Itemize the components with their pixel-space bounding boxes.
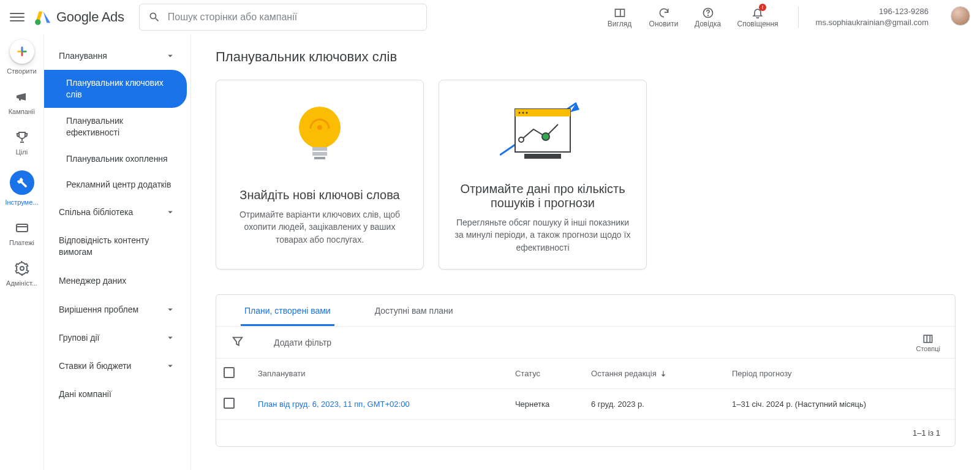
search-input[interactable]: Пошук сторінки або кампанії — [139, 4, 427, 31]
chevron-down-icon — [165, 360, 176, 371]
th-plan[interactable]: Запланувати — [251, 358, 508, 389]
nav-business-data[interactable]: Дані компанії — [44, 380, 190, 409]
logo[interactable]: Google Ads — [34, 9, 124, 26]
tab-created-by-you[interactable]: Плани, створені вами — [241, 306, 334, 326]
page-title: Планувальник ключових слів — [191, 34, 980, 80]
pager: 1–1 із 1 — [216, 420, 955, 446]
svg-point-2 — [707, 15, 708, 16]
chevron-down-icon — [165, 332, 176, 343]
nav-troubleshooting[interactable]: Вирішення проблем — [44, 295, 190, 324]
appearance-icon — [614, 7, 626, 19]
help-icon — [702, 7, 714, 19]
plan-status: Чернетка — [508, 389, 584, 420]
svg-point-0 — [35, 20, 40, 25]
card2-desc: Перегляньте обсяг пошуку й інші показник… — [454, 216, 631, 254]
sort-desc-icon — [659, 370, 668, 378]
card1-desc: Отримайте варіанти ключових слів, щоб ох… — [231, 208, 409, 246]
card2-title: Отримайте дані про кількість пошуків і п… — [454, 182, 631, 210]
card1-title: Знайдіть нові ключові слова — [239, 188, 399, 202]
notification-badge: ! — [759, 4, 766, 11]
nav-app-ads-hub[interactable]: Рекламний центр додатків — [44, 172, 190, 198]
rail-campaigns[interactable]: Кампанії — [0, 89, 43, 115]
appearance-button[interactable]: Вигляд — [605, 6, 635, 28]
nav-shared-library[interactable]: Спільна бібліотека — [44, 198, 190, 226]
th-status[interactable]: Статус — [508, 358, 584, 389]
svg-point-15 — [522, 112, 524, 114]
add-filter-button[interactable]: Додати фільтр — [274, 338, 331, 347]
account-info[interactable]: 196-123-9286 ms.sophiaukrainian@gmail.co… — [816, 6, 929, 28]
columns-button[interactable]: Стовпці — [916, 333, 940, 352]
card-icon — [15, 221, 29, 235]
th-last-edit[interactable]: Остання редакція — [584, 358, 725, 389]
table-row[interactable]: План від груд. 6, 2023, 11 пп, GMT+02:00… — [216, 389, 955, 420]
columns-icon — [922, 333, 934, 345]
filter-button[interactable] — [231, 335, 244, 351]
plan-link[interactable]: План від груд. 6, 2023, 11 пп, GMT+02:00 — [251, 389, 508, 420]
chevron-up-icon — [165, 50, 176, 61]
chevron-down-icon — [165, 207, 176, 218]
nav-data-manager[interactable]: Менеджер даних — [44, 267, 190, 295]
trophy-icon — [15, 130, 29, 145]
help-button[interactable]: Довідка — [693, 6, 723, 28]
svg-point-16 — [526, 112, 528, 114]
rail-billing[interactable]: Платежі — [0, 221, 43, 246]
gear-icon — [15, 261, 29, 276]
lightbulb-illustration — [292, 100, 347, 173]
svg-point-4 — [20, 267, 24, 270]
card-search-volume[interactable]: Отримайте дані про кількість пошуків і п… — [439, 80, 647, 270]
account-id: 196-123-9286 — [879, 6, 929, 17]
nav-keyword-planner[interactable]: Планувальник ключових слів — [44, 70, 187, 108]
card-find-keywords[interactable]: Знайдіть нові ключові слова Отримайте ва… — [216, 80, 424, 270]
nav-planning-header[interactable]: Планування — [44, 42, 190, 70]
svg-point-6 — [317, 125, 322, 130]
select-all-checkbox[interactable] — [224, 367, 235, 378]
rail-tools[interactable]: Інструме... — [0, 170, 43, 206]
nav-performance-planner[interactable]: Планувальник ефективності — [44, 108, 190, 146]
ads-logo-icon — [34, 9, 51, 26]
account-email: ms.sophiaukrainian@gmail.com — [816, 17, 929, 28]
megaphone-icon — [15, 89, 29, 104]
nav-bulk-actions[interactable]: Групові дії — [44, 324, 190, 352]
nav-reach-planner[interactable]: Планувальник охоплення — [44, 146, 190, 172]
nav-content-suitability[interactable]: Відповідність контенту вимогам — [44, 226, 190, 267]
svg-point-18 — [542, 133, 549, 140]
tools-icon — [16, 176, 28, 189]
tab-shared-with-you[interactable]: Доступні вам плани — [371, 306, 457, 326]
svg-rect-3 — [17, 224, 28, 232]
search-icon — [148, 11, 160, 23]
svg-point-17 — [519, 137, 524, 142]
svg-rect-9 — [314, 157, 325, 159]
svg-rect-20 — [924, 335, 932, 343]
nav-budgets-bids[interactable]: Ставки й бюджети — [44, 352, 190, 380]
plans-table: Запланувати Статус Остання редакція Пері… — [216, 358, 955, 420]
avatar[interactable] — [951, 6, 970, 26]
chart-illustration — [500, 100, 586, 167]
th-forecast-period[interactable]: Період прогнозу — [725, 358, 955, 389]
search-placeholder: Пошук сторінки або кампанії — [168, 12, 297, 23]
refresh-icon — [658, 7, 670, 19]
svg-rect-19 — [524, 154, 561, 159]
rail-create[interactable]: Створити — [0, 39, 43, 75]
rail-goals[interactable]: Цілі — [0, 130, 43, 156]
notifications-button[interactable]: ! Сповіщення — [737, 6, 778, 28]
svg-rect-7 — [312, 147, 327, 151]
rail-admin[interactable]: Адмініст... — [0, 261, 43, 287]
plan-last-edit: 6 груд. 2023 р. — [584, 389, 725, 420]
logo-text: Google Ads — [56, 9, 124, 25]
divider — [798, 6, 799, 28]
svg-point-14 — [519, 112, 521, 114]
row-checkbox[interactable] — [224, 398, 235, 409]
filter-icon — [231, 335, 244, 348]
plan-forecast: 1–31 січ. 2024 р. (Наступний місяць) — [725, 389, 955, 420]
plus-icon — [15, 45, 29, 58]
chevron-down-icon — [165, 304, 176, 315]
menu-button[interactable] — [10, 10, 24, 25]
refresh-button[interactable]: Оновити — [649, 6, 679, 28]
svg-rect-8 — [312, 152, 327, 156]
